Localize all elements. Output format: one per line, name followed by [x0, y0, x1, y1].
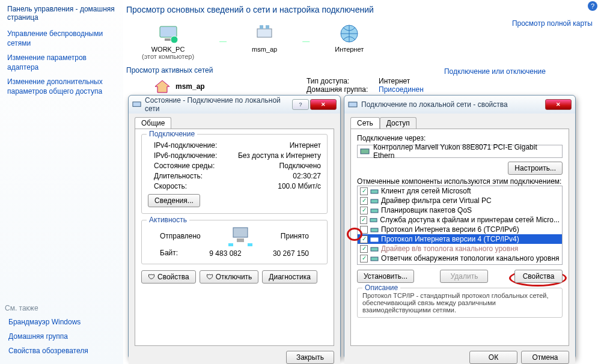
see-also-browser[interactable]: Свойства обозревателя	[8, 346, 117, 356]
close-button[interactable]: Закрыть	[286, 351, 334, 364]
disable-button[interactable]: 🛡Отключить	[200, 270, 259, 284]
svg-point-2	[171, 36, 178, 43]
ap-node[interactable]: msm_ap	[252, 23, 277, 53]
checkbox[interactable]	[360, 235, 368, 243]
internet-name: Интернет	[335, 46, 364, 53]
see-also-homegroup[interactable]: Домашняя группа	[8, 332, 117, 341]
sidebar-link-adapter-settings[interactable]: Изменение параметров адаптера	[7, 53, 118, 72]
access-type-box: Тип доступа:Интернет Домашняя группа:При…	[307, 77, 424, 94]
svg-rect-21	[371, 257, 378, 261]
checkbox[interactable]	[360, 187, 368, 195]
diagnose-button[interactable]: Диагностика	[262, 270, 317, 284]
control-panel-home[interactable]: Панель управления - домашняя страница	[7, 5, 118, 22]
component-item[interactable]: Протокол Интернета версии 6 (TCP/IPv6)	[358, 225, 562, 234]
adapter-name: Контроллер Marvell Yukon 88E8071 PCI-E G…	[373, 143, 560, 160]
homegroup-label: Домашняя группа:	[307, 85, 379, 94]
details-button[interactable]: Сведения...	[148, 194, 200, 207]
component-label: Планировщик пакетов QoS	[381, 206, 472, 214]
pc-node[interactable]: WORK_PC (этот компьютер)	[142, 23, 194, 60]
homegroup-value[interactable]: Присоединен	[379, 85, 424, 94]
description-text: Протокол TCP/IP - стандартный протокол г…	[362, 292, 557, 314]
component-item[interactable]: Драйвер в/в тополога канального уровня	[358, 244, 562, 253]
remove-button: Удалить	[440, 270, 488, 283]
component-label: Протокол Интернета версии 4 (TCP/IPv4)	[381, 235, 519, 243]
protocol-icon	[370, 206, 379, 214]
shield-icon: 🛡	[206, 273, 213, 281]
adapter-field: Контроллер Marvell Yukon 88E8071 PCI-E G…	[357, 145, 563, 158]
sidebar-link-wireless[interactable]: Управление беспроводными сетями	[7, 29, 118, 48]
props-titlebar[interactable]: Подключение по локальной сети - свойства…	[344, 96, 575, 114]
checkbox[interactable]	[360, 255, 368, 262]
ok-button[interactable]: ОК	[469, 351, 517, 364]
tab-access[interactable]: Доступ	[380, 117, 416, 129]
protocol-icon	[370, 225, 379, 234]
svg-rect-18	[371, 228, 378, 232]
svg-rect-9	[237, 238, 244, 242]
component-label: Клиент для сетей Microsoft	[381, 187, 471, 195]
component-item[interactable]: Служба доступа к файлам и принтерам сете…	[358, 215, 562, 225]
speed-label: Скорость:	[154, 182, 187, 190]
properties-dialog: Подключение по локальной сети - свойства…	[344, 95, 576, 359]
group-activity: Активность	[147, 216, 189, 224]
checkbox[interactable]	[360, 207, 368, 214]
see-also-firewall[interactable]: Брандмауэр Windows	[8, 317, 117, 327]
connect-disconnect-link[interactable]: Подключение или отключение	[444, 67, 546, 76]
component-item[interactable]: Клиент для сетей Microsoft	[358, 186, 562, 196]
connect-via-label: Подключение через:	[357, 134, 563, 142]
status-dialog: Состояние - Подключение по локальной сет…	[128, 95, 341, 359]
see-also-header: См. также	[5, 304, 118, 312]
configure-button[interactable]: Настроить...	[508, 162, 563, 175]
received-label: Принято	[281, 232, 309, 240]
access-type-value: Интернет	[379, 77, 410, 85]
checkbox[interactable]	[360, 226, 368, 234]
install-button[interactable]: Установить...	[357, 270, 414, 283]
shield-icon: 🛡	[148, 273, 155, 281]
checkbox[interactable]	[360, 245, 368, 253]
svg-rect-0	[160, 26, 177, 37]
tab-general[interactable]: Общие	[135, 117, 171, 129]
status-titlebar[interactable]: Состояние - Подключение по локальной сет…	[129, 96, 340, 114]
component-item[interactable]: Ответчик обнаружения топологии канальног…	[358, 253, 562, 263]
svg-rect-15	[371, 199, 378, 203]
status-close-x[interactable]: ✕	[310, 99, 337, 110]
protocol-icon	[370, 216, 377, 224]
components-label: Отмеченные компоненты используются этим …	[357, 177, 563, 186]
protocol-icon	[370, 244, 379, 253]
item-properties-button[interactable]: Свойства	[514, 270, 563, 283]
tab-network[interactable]: Сеть	[350, 117, 380, 129]
checkbox[interactable]	[360, 216, 367, 224]
component-item[interactable]: Драйвер фильтра сети Virtual PC	[358, 196, 562, 205]
view-full-map-link[interactable]: Просмотр полной карты	[512, 19, 593, 28]
properties-button[interactable]: 🛡Свойства	[141, 270, 196, 284]
ipv6-label: IPv6-подключение:	[154, 151, 217, 160]
props-title: Подключение по локальной сети - свойства	[361, 100, 508, 109]
globe-icon	[338, 23, 360, 44]
checkbox[interactable]	[360, 197, 368, 205]
sidebar-link-sharing-settings[interactable]: Изменение дополнительных параметров обще…	[7, 77, 118, 96]
cancel-button[interactable]: Отмена	[521, 351, 569, 364]
computer-icon	[157, 23, 179, 44]
component-item[interactable]: Протокол Интернета версии 4 (TCP/IPv4)	[358, 234, 562, 244]
media-value: Подключено	[279, 162, 321, 170]
adapter-icon	[132, 100, 141, 109]
props-close-x[interactable]: ✕	[545, 99, 572, 110]
network-name[interactable]: msm_ap	[175, 82, 205, 91]
page-title: Просмотр основных сведений о сети и наст…	[126, 5, 599, 14]
internet-node[interactable]: Интернет	[335, 23, 364, 53]
activity-icon	[227, 225, 254, 247]
help-button[interactable]: ?	[292, 99, 309, 110]
media-label: Состояние среды:	[154, 162, 215, 170]
svg-rect-4	[260, 25, 263, 29]
svg-rect-17	[370, 219, 377, 222]
svg-rect-8	[233, 228, 248, 237]
network-icon	[254, 23, 275, 44]
ipv4-label: IPv4-подключение:	[154, 141, 217, 150]
svg-rect-16	[371, 209, 378, 213]
nic-icon	[360, 147, 370, 156]
svg-rect-12	[349, 102, 357, 107]
component-item[interactable]: Планировщик пакетов QoS	[358, 205, 562, 215]
svg-rect-3	[257, 29, 272, 37]
components-list[interactable]: Клиент для сетей MicrosoftДрайвер фильтр…	[357, 186, 563, 265]
protocol-icon	[370, 187, 379, 195]
component-label: Драйвер в/в тополога канального уровня	[381, 244, 518, 253]
